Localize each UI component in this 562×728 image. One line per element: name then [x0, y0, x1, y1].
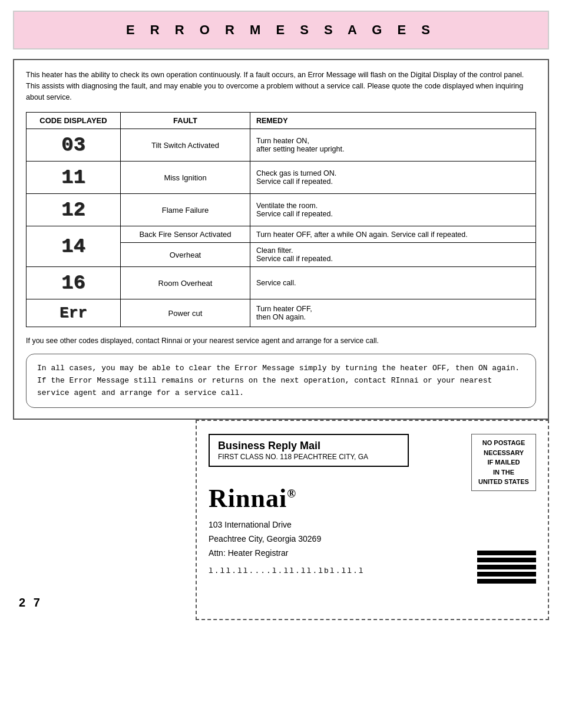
remedy-cell-tilt: Turn heater ON,after setting heater upri…	[250, 129, 536, 162]
postage-line-1: NO POSTAGE	[482, 439, 525, 446]
header-title: E R R O R M E S S A G E S	[126, 22, 436, 37]
page-header: E R R O R M E S S A G E S	[13, 11, 549, 50]
table-row: 14 Back Fire Sensor Activated Turn heate…	[27, 226, 536, 243]
reply-mail-subtitle: FIRST CLASS NO. 118 PEACHTREE CITY, GA	[218, 453, 368, 461]
lcd-display-11: 11	[59, 165, 88, 190]
bottom-area: 2 7 NO POSTAGE NECESSARY IF MAILED IN TH…	[13, 420, 549, 620]
fault-cell-backfire: Back Fire Sensor Activated	[121, 226, 250, 243]
code-cell-16: 16	[27, 267, 121, 299]
lcd-display-err: Err	[57, 303, 90, 323]
fault-cell-flame: Flame Failure	[121, 194, 250, 226]
fault-cell-powercut: Power cut	[121, 299, 250, 327]
postal-line-1	[477, 551, 536, 555]
code-cell-12: 12	[27, 194, 121, 226]
table-row: 11 Miss Ignition Check gas is turned ON.…	[27, 162, 536, 194]
intro-paragraph: This heater has the ability to check its…	[26, 70, 536, 103]
remedy-cell-backfire: Turn heater OFF, after a while ON again.…	[250, 226, 536, 243]
postal-line-3	[477, 565, 536, 569]
remedy-cell-overheat: Clean filter.Service call if repeated.	[250, 243, 536, 267]
remedy-cell-room-overheat: Service call.	[250, 267, 536, 299]
code-cell-03: 03	[27, 129, 121, 162]
postal-line-2	[477, 558, 536, 562]
reply-mail-section: NO POSTAGE NECESSARY IF MAILED IN THE UN…	[196, 420, 549, 620]
bottom-left: 2 7	[13, 420, 196, 620]
table-row: 03 Tilt Switch Activated Turn heater ON,…	[27, 129, 536, 162]
error-table: CODE DISPLAYED FAULT REMEDY 03 Tilt Swit…	[26, 112, 536, 327]
postal-barcode-lines	[477, 551, 536, 584]
remedy-cell-ignition: Check gas is turned ON.Service call if r…	[250, 162, 536, 194]
lcd-display-03: 03	[59, 133, 88, 157]
postage-line-4: IN THE	[493, 469, 514, 476]
fault-cell-ignition: Miss Ignition	[121, 162, 250, 194]
rinnai-registered: ®	[287, 487, 296, 500]
table-header-fault: FAULT	[121, 113, 250, 129]
address-line-3: Attn: Heater Registrar	[209, 548, 288, 558]
table-row: 16 Room Overheat Service call.	[27, 267, 536, 299]
page-number: 2 7	[19, 596, 42, 610]
table-row: Err Power cut Turn heater OFF,then ON ag…	[27, 299, 536, 327]
postage-line-3: IF MAILED	[488, 459, 520, 466]
lcd-display-16: 16	[59, 271, 88, 295]
code-cell-11: 11	[27, 162, 121, 194]
table-header-remedy: REMEDY	[250, 113, 536, 129]
postal-line-4	[477, 572, 536, 577]
lcd-display-14: 14	[59, 234, 88, 259]
fault-cell-overheat: Overheat	[121, 243, 250, 267]
postage-line-5: UNITED STATES	[478, 478, 529, 485]
table-row: 12 Flame Failure Ventilate the room.Serv…	[27, 194, 536, 226]
postage-line-2: NECESSARY	[484, 449, 524, 456]
info-box-text: In all cases, you may be able to clear t…	[37, 364, 520, 397]
remedy-cell-flame: Ventilate the room.Service call if repea…	[250, 194, 536, 226]
postal-line-5	[477, 579, 536, 584]
reply-mail-box: Business Reply Mail FIRST CLASS NO. 118 …	[209, 434, 409, 467]
address-line-1: 103 International Drive	[209, 520, 292, 529]
code-cell-err: Err	[27, 299, 121, 327]
info-box: In all cases, you may be able to clear t…	[26, 354, 536, 408]
address-line-2: Peachtree City, Georgia 30269	[209, 534, 321, 543]
rinnai-name: Rinnai	[209, 484, 287, 513]
reply-mail-title: Business Reply Mail	[218, 440, 399, 452]
postage-box: NO POSTAGE NECESSARY IF MAILED IN THE UN…	[471, 434, 536, 491]
table-header-code: CODE DISPLAYED	[27, 113, 121, 129]
note-paragraph: If you see other codes displayed, contac…	[26, 335, 536, 347]
main-content-box: This heater has the ability to check its…	[13, 59, 549, 420]
fault-cell-room-overheat: Room Overheat	[121, 267, 250, 299]
fault-cell-tilt: Tilt Switch Activated	[121, 129, 250, 162]
code-cell-14: 14	[27, 226, 121, 267]
remedy-cell-powercut: Turn heater OFF,then ON again.	[250, 299, 536, 327]
lcd-display-12: 12	[59, 197, 88, 222]
